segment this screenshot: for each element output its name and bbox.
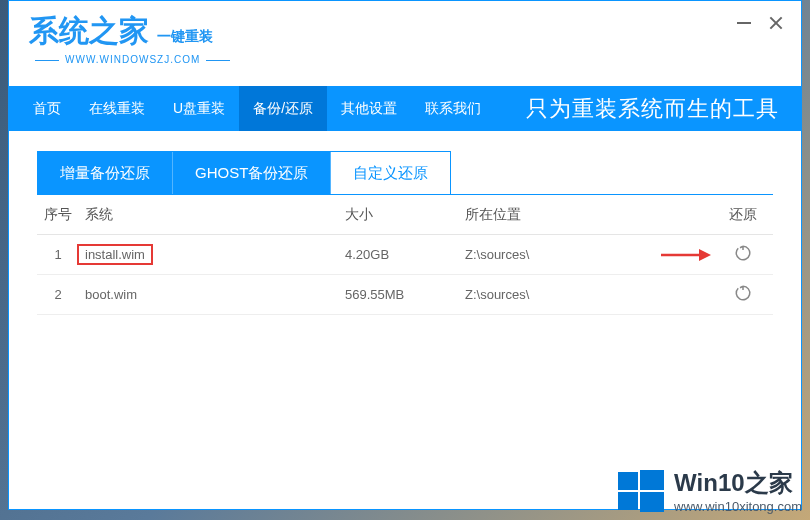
titlebar: 系统之家 一键重装 WWW.WINDOWSZJ.COM (9, 1, 801, 86)
brand-url: WWW.WINDOWSZJ.COM (29, 54, 781, 65)
header-system: 系统 (85, 206, 345, 224)
nav-usb-reinstall[interactable]: U盘重装 (159, 86, 239, 131)
watermark-title: Win10之家 (674, 467, 802, 499)
svg-rect-5 (640, 492, 664, 512)
restore-table: 序号 系统 大小 所在位置 还原 1 install.wim 4.20GB Z:… (37, 194, 773, 315)
nav-other-settings[interactable]: 其他设置 (327, 86, 411, 131)
main-nav: 首页 在线重装 U盘重装 备份/还原 其他设置 联系我们 只为重装系统而生的工具 (9, 86, 801, 131)
cell-size: 4.20GB (345, 247, 465, 262)
table-row: 2 boot.wim 569.55MB Z:\sources\ (37, 275, 773, 315)
restore-icon[interactable] (734, 244, 752, 262)
cell-size: 569.55MB (345, 287, 465, 302)
brand-subtitle: 一键重装 (157, 28, 213, 44)
svg-rect-3 (640, 470, 664, 490)
sub-tabs: 增量备份还原 GHOST备份还原 自定义还原 (37, 151, 451, 194)
svg-rect-4 (618, 492, 638, 510)
svg-rect-2 (618, 472, 638, 490)
watermark-url: www.win10xitong.com (674, 499, 802, 514)
header-size: 大小 (345, 206, 465, 224)
svg-marker-1 (699, 249, 711, 261)
cell-system: install.wim (85, 247, 345, 262)
nav-backup-restore[interactable]: 备份/还原 (239, 86, 327, 131)
subtab-incremental[interactable]: 增量备份还原 (38, 152, 173, 194)
header-num: 序号 (37, 206, 85, 224)
filename-highlighted: install.wim (77, 244, 153, 265)
table-header: 序号 系统 大小 所在位置 还原 (37, 195, 773, 235)
cell-system: boot.wim (85, 287, 345, 302)
subtab-custom-restore[interactable]: 自定义还原 (331, 152, 451, 194)
subtab-ghost[interactable]: GHOST备份还原 (173, 152, 331, 194)
content-area: 增量备份还原 GHOST备份还原 自定义还原 序号 系统 大小 所在位置 还原 … (9, 131, 801, 335)
pointer-arrow-icon (661, 249, 711, 261)
windows-logo-icon (618, 468, 664, 514)
nav-online-reinstall[interactable]: 在线重装 (75, 86, 159, 131)
watermark-text: Win10之家 www.win10xitong.com (674, 467, 802, 514)
table-row: 1 install.wim 4.20GB Z:\sources\ (37, 235, 773, 275)
brand-name: 系统之家 (29, 11, 149, 52)
window-controls (737, 16, 783, 30)
nav-tagline: 只为重装系统而生的工具 (526, 94, 791, 124)
cell-num: 2 (37, 287, 85, 302)
nav-home[interactable]: 首页 (19, 86, 75, 131)
cell-action (713, 284, 773, 305)
watermark: Win10之家 www.win10xitong.com (618, 467, 802, 514)
close-button[interactable] (769, 16, 783, 30)
header-location: 所在位置 (465, 206, 713, 224)
nav-contact[interactable]: 联系我们 (411, 86, 495, 131)
restore-icon[interactable] (734, 284, 752, 302)
header-action: 还原 (713, 206, 773, 224)
cell-location: Z:\sources\ (465, 287, 713, 302)
minimize-button[interactable] (737, 22, 751, 24)
cell-action (713, 244, 773, 265)
app-window: 系统之家 一键重装 WWW.WINDOWSZJ.COM 首页 在线重装 U盘重装… (8, 0, 802, 510)
